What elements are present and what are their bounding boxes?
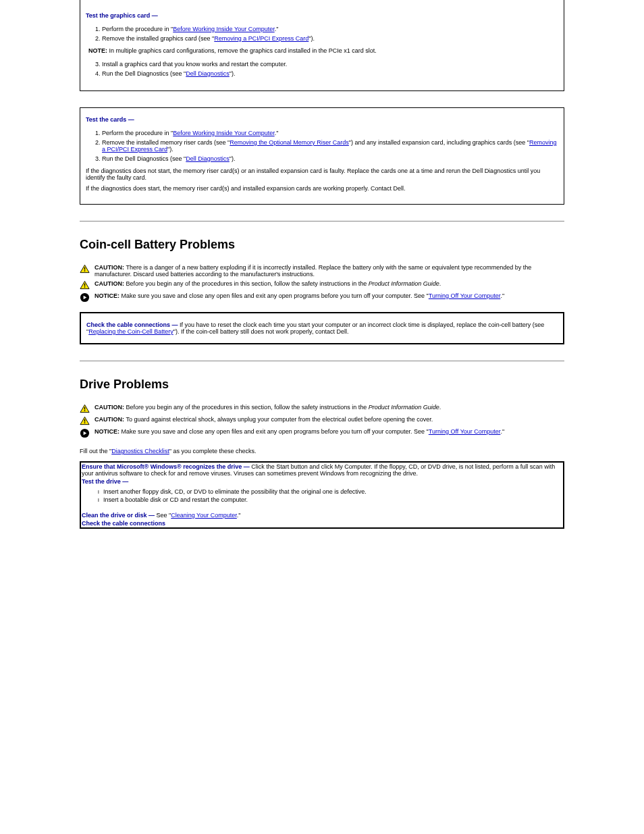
lead-check-cable: Check the cable connections — [86, 321, 178, 328]
drive-table: Ensure that Microsoft® Windows® recogniz… [80, 461, 564, 529]
step: Install a graphics card that you know wo… [102, 59, 558, 69]
txt: " as you complete these checks. [169, 448, 257, 454]
drive-test-list: Insert another floppy disk, CD, or DVD t… [82, 488, 562, 504]
txt: Remove the installed memory riser cards … [102, 139, 230, 146]
txt: "). [308, 35, 315, 42]
txt: Run the Dell Diagnostics (see " [102, 70, 186, 77]
txt: Make sure you save and close any open fi… [122, 428, 429, 435]
txt: See " [155, 512, 171, 519]
link-remove-riser[interactable]: Removing the Optional Memory Riser Cards [230, 139, 349, 146]
txt: ." [275, 26, 279, 32]
caution-icon [80, 404, 90, 413]
svg-rect-2 [84, 270, 86, 271]
heading-coincell: Coin-cell Battery Problems [80, 238, 564, 252]
note-row: NOTE: In multiple graphics card configur… [86, 47, 558, 54]
step: Perform the procedure in "Before Working… [102, 24, 558, 34]
caution-label: CAUTION: [95, 404, 126, 411]
note-label: NOTE: [88, 47, 107, 54]
step: Run the Dell Diagnostics (see "Dell Diag… [102, 69, 558, 78]
svg-rect-13 [84, 422, 86, 423]
txt: "). If the coin-cell battery still does … [173, 328, 349, 335]
svg-rect-9 [84, 407, 86, 410]
caution-row-3: CAUTION: Before you begin any of the pro… [80, 404, 564, 413]
link-dell-diag[interactable]: Dell Diagnostics [186, 70, 230, 77]
fill-checklist-row: Fill out the "Diagnostics Checklist" as … [80, 448, 564, 454]
txt: Run the Dell Diagnostics (see " [102, 155, 186, 162]
steps-cards: Perform the procedure in "Before Working… [86, 128, 558, 163]
tail-1: If the diagnostics does not start, the m… [86, 167, 558, 181]
cell-ensure-windows: Ensure that Microsoft® Windows® recogniz… [80, 462, 564, 477]
lead-test-graphics: Test the graphics card — [86, 12, 158, 19]
card-diag-box-graphics: Test the graphics card — Perform the pro… [80, 0, 564, 91]
txt: Perform the procedure in " [102, 26, 173, 32]
lead-test-drive: Test the drive — [82, 478, 128, 485]
txt: Before you begin any of the procedures i… [126, 404, 369, 411]
notice-icon [80, 292, 90, 303]
caution-icon [80, 416, 90, 425]
txt: Before you begin any of the procedures i… [126, 280, 369, 287]
caution-label: CAUTION: [95, 264, 126, 271]
step: Run the Dell Diagnostics (see "Dell Diag… [102, 154, 558, 163]
notice-row-1: NOTICE: Make sure you save and close any… [80, 292, 564, 303]
heading-drive: Drive Problems [80, 377, 564, 392]
notice-label: NOTICE: [95, 428, 122, 435]
txt: To guard against electrical shock, alway… [126, 416, 433, 423]
link-replace-coincell[interactable]: Replacing the Coin-Cell Battery [88, 328, 173, 335]
note-text: In multiple graphics card configurations… [107, 47, 377, 54]
notice-label: NOTICE: [95, 292, 122, 299]
txt: "). [167, 146, 173, 153]
svg-rect-5 [84, 286, 86, 288]
link-before-working-2[interactable]: Before Working Inside Your Computer [173, 130, 274, 136]
txt: "). [230, 155, 236, 162]
txt: . [439, 280, 441, 287]
notice-text-2: NOTICE: Make sure you save and close any… [95, 428, 504, 435]
txt: ") and any installed expansion card, inc… [349, 139, 529, 146]
svg-rect-1 [84, 267, 86, 270]
tail-2: If the diagnostics does start, the memor… [86, 185, 558, 192]
caution-text-3: CAUTION: Before you begin any of the pro… [95, 404, 441, 411]
link-turn-off-2[interactable]: Turning Off Your Computer [429, 428, 501, 435]
caution-label: CAUTION: [95, 280, 126, 287]
caution-row-1: CAUTION: There is a danger of a new batt… [80, 264, 564, 278]
lead-test-cards: Test the cards — [86, 116, 134, 123]
txt: . [439, 404, 441, 411]
txt: Perform the procedure in " [102, 130, 173, 136]
coincell-content: Check the cable connections — If you hav… [86, 321, 558, 335]
svg-rect-4 [84, 284, 86, 286]
link-clean-computer[interactable]: Cleaning Your Computer [171, 512, 237, 519]
link-remove-pci[interactable]: Removing a PCI/PCI Express Card [214, 35, 308, 42]
table-row: Clean the drive or disk — See "Cleaning … [80, 511, 564, 519]
card-diag-box-cards: Test the cards — Perform the procedure i… [80, 107, 564, 205]
table-row: Test the drive — Insert another floppy d… [80, 477, 564, 511]
txt: Remove the installed graphics card (see … [102, 35, 214, 42]
steps-graphics-b: Install a graphics card that you know wo… [86, 59, 558, 78]
txt: Make sure you save and close any open fi… [122, 292, 429, 299]
txt: Fill out the " [80, 448, 111, 454]
cell-check-cable: Check the cable connections [80, 519, 564, 528]
txt: Install a graphics card that you know wo… [102, 61, 287, 68]
txt: ." [500, 292, 504, 299]
cell-clean-drive: Clean the drive or disk — See "Cleaning … [80, 511, 564, 519]
caution-text-1: CAUTION: There is a danger of a new batt… [95, 264, 564, 278]
link-turn-off[interactable]: Turning Off Your Computer [429, 292, 501, 299]
notice-text-1: NOTICE: Make sure you save and close any… [95, 292, 504, 299]
steps-graphics-a: Perform the procedure in "Before Working… [86, 24, 558, 43]
caution-text-2: CAUTION: Before you begin any of the pro… [95, 280, 441, 287]
notice-row-2: NOTICE: Make sure you save and close any… [80, 428, 564, 438]
link-dell-diag-2[interactable]: Dell Diagnostics [186, 155, 230, 162]
link-before-working[interactable]: Before Working Inside Your Computer [173, 26, 274, 32]
txt: ." [237, 512, 241, 519]
list-item: Insert another floppy disk, CD, or DVD t… [98, 488, 562, 496]
caution-icon [80, 264, 90, 273]
list-item: Insert a bootable disk or CD and restart… [98, 496, 562, 504]
link-diag-checklist[interactable]: Diagnostics Checklist [111, 448, 169, 454]
product-guide: Product Information Guide [369, 280, 439, 287]
lead-clean-drive: Clean the drive or disk — [82, 512, 155, 519]
product-guide: Product Information Guide [369, 404, 439, 411]
step: Remove the installed memory riser cards … [102, 138, 558, 154]
lead-ensure-mid1: Windows [149, 463, 177, 470]
svg-rect-12 [84, 419, 86, 422]
step: Perform the procedure in "Before Working… [102, 128, 558, 138]
table-row: Ensure that Microsoft® Windows® recogniz… [80, 462, 564, 477]
svg-rect-10 [84, 410, 86, 411]
